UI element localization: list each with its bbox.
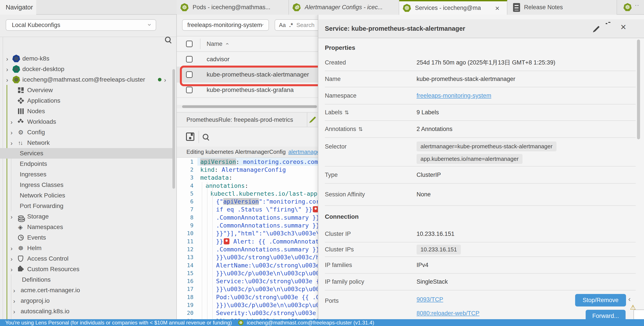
namespace-link[interactable]: freeleaps-monitoring-system	[416, 92, 491, 99]
yaml-editor[interactable]: 1apiVersion: monitoring.coreos.com/v1 2k…	[177, 158, 318, 319]
sidebar-item-argoproj-io[interactable]: › argoproj.io	[0, 296, 174, 306]
code-line: 8.CommonAnnotations.summary }}	[177, 214, 318, 221]
tab-alertmanager-configs[interactable]: ☸ Alertmanager Configs - icec...	[289, 0, 399, 15]
sidebar-item-custom-resources[interactable]: › Custom Resources	[0, 264, 174, 274]
kubernetes-icon: ☸	[238, 320, 244, 326]
sidebar-item-endpoints[interactable]: Endpoints	[0, 158, 174, 169]
navigator-sidebar: Local Kubeconfigs › › ☸ demo-k8s › ☸ doc…	[0, 15, 177, 319]
sidebar-item-config[interactable]: › ⚙ Config	[0, 127, 174, 138]
port-8080-reloader-web-link[interactable]: 8080:reloader-web/TCP	[416, 310, 480, 317]
sidebar-item-docker-desktop[interactable]: › ☸ docker-desktop	[0, 64, 174, 74]
namespace-selector[interactable]: freeleaps-monitoring-system ›	[182, 19, 269, 31]
sidebar-item-acme-cert-manager-io[interactable]: › acme.cert-manager.io	[0, 285, 174, 296]
alertmanagerconfig-link[interactable]: alertmanager	[288, 148, 318, 155]
sidebar-item-demo-k8s[interactable]: › ☸ demo-k8s	[0, 53, 174, 64]
config-icon: ⚙	[18, 129, 24, 136]
sidebar-item-events[interactable]: Events	[0, 232, 174, 243]
close-icon[interactable]: ×	[620, 22, 626, 32]
save-icon[interactable]	[186, 132, 194, 141]
kubeconfig-selector[interactable]: Local Kubeconfigs ›	[6, 19, 156, 31]
sidebar-item-autoscaling-k8s-io[interactable]: › autoscaling.k8s.io	[0, 306, 174, 316]
scrollbar-thumb[interactable]	[182, 105, 317, 108]
sidebar-item-cert-manager-io[interactable]: › cert-manager.io	[0, 316, 174, 319]
services-toolbar: freeleaps-monitoring-system › Aa .*	[177, 15, 318, 36]
editor-toolbar	[177, 127, 318, 146]
sidebar-item-nodes[interactable]: Nodes	[0, 106, 174, 116]
indent-guide	[207, 182, 208, 319]
events-icon	[18, 235, 24, 240]
active-cluster-status[interactable]: icecheng@mathmast.com@freeleaps-cluster …	[247, 320, 374, 326]
sidebar-item-helm[interactable]: › ☸ Helm	[0, 243, 174, 254]
table-row-cadvisor[interactable]: cadvisor	[177, 52, 318, 67]
row-checkbox[interactable]	[186, 56, 192, 62]
expand-toggle-icon[interactable]: ⇅	[358, 126, 363, 132]
network-icon: ↑↓	[18, 140, 22, 146]
table-header-row: Name›	[177, 36, 318, 52]
sidebar-item-workloads[interactable]: › Workloads	[0, 116, 174, 127]
editing-status-text: Editing kubernetes AlertmanagerConfig	[186, 148, 286, 155]
expand-toggle-icon[interactable]: ⇅	[344, 110, 349, 116]
tab-services[interactable]: ☸ Services - icecheng@math... ×	[399, 0, 507, 15]
tab-label: Pods - icecheng@mathmas...	[192, 4, 270, 11]
sidebar-item-access-control[interactable]: › Access Control	[0, 254, 174, 264]
select-all-checkbox[interactable]	[186, 40, 192, 47]
sidebar-item-network[interactable]: › ↑↓ Network	[0, 138, 174, 148]
labels-row: Labels⇅ 9 Labels	[325, 104, 636, 121]
code-line: 9.CommonAnnotations.summary }}	[177, 221, 318, 229]
editing-status-bar: Editing kubernetes AlertmanagerConfig al…	[177, 146, 318, 158]
sidebar-item-services[interactable]: Services	[0, 148, 174, 158]
prometheus-rule-panel-header: PrometheusRule: freepeals-prod-metrics	[177, 112, 318, 127]
sidebar-item-definitions[interactable]: Definitions	[0, 274, 174, 285]
kubernetes-icon: ☸	[403, 4, 411, 12]
sidebar-scrollbar-thumb[interactable]	[172, 69, 175, 189]
tab-overflow-dots: ..	[635, 0, 640, 7]
line-number: 14	[177, 262, 198, 268]
table-row-partial[interactable]: kube-prometheus-stack-kube-state-metrics	[177, 98, 318, 105]
code-line: 3metadata:	[177, 174, 318, 182]
kubernetes-icon[interactable]: ☸	[624, 3, 632, 12]
sidebar-item-applications[interactable]: Applications	[0, 96, 174, 106]
drawer-scrollbar-thumb[interactable]	[637, 40, 640, 139]
properties-section-title: Properties	[325, 38, 636, 54]
tab-release-notes[interactable]: Release Notes	[507, 0, 617, 15]
divider	[198, 131, 199, 143]
code-line: 20Severity:\u003c/strong\u003e	[177, 309, 318, 317]
sidebar-item-namespaces[interactable]: ◈ Namespaces	[0, 222, 174, 232]
tab-bar: Navigator ☸ Pods - icecheng@mathmas... ☸…	[0, 0, 644, 15]
session-affinity-row: Session Affinity None	[325, 184, 636, 206]
ip-family-policy-row: IP family policy SingleStack	[325, 274, 636, 290]
tab-pods[interactable]: ☸ Pods - icecheng@mathmas...	[177, 0, 289, 15]
code-line: 16Service:\u003c/strong\u003e {	[177, 277, 318, 285]
sidebar-item-ingress-classes[interactable]: Ingress Classes	[0, 180, 174, 190]
name-column-header[interactable]: Name›	[206, 40, 228, 48]
code-line: 7if eq .Status \"firing\" }}	[177, 206, 318, 214]
kubernetes-icon: ☸	[292, 3, 301, 12]
line-number: 12	[177, 246, 198, 252]
tab-label: Services - icecheng@math...	[415, 4, 481, 12]
lens-window: Navigator ☸ Pods - icecheng@mathmas... ☸…	[0, 0, 644, 326]
chevron-left-icon[interactable]: ‹	[628, 295, 630, 303]
search-icon[interactable]	[203, 134, 208, 140]
code-line: 21}}\u003c/p\u003e\n\u003cp\u003	[177, 317, 318, 319]
chevron-down-icon: ›	[146, 24, 153, 26]
line-number: 7	[177, 206, 198, 212]
sidebar-item-network-policies[interactable]: Network Policies	[0, 190, 174, 201]
close-tab-icon[interactable]: ×	[495, 4, 500, 12]
port-9093-link[interactable]: 9093/TCP	[416, 296, 443, 303]
drawer-header: Service: kube-prometheus-stack-alertmana…	[318, 19, 644, 38]
sidebar-item-storage[interactable]: › Storage	[0, 211, 174, 222]
edit-pencil-icon[interactable]	[594, 26, 600, 32]
sidebar-item-port-forwarding[interactable]: Port Forwarding	[0, 201, 174, 211]
regex-toggle[interactable]: .*	[289, 22, 293, 28]
annotation-highlight-box	[180, 66, 334, 86]
line-number: 2	[177, 166, 198, 173]
sidebar-item-freeleaps-cluster[interactable]: › ☸ icecheng@mathmast.com@freeleaps-clus…	[0, 74, 174, 85]
code-line: 11}} Alert: {{ .CommonAnnotati	[177, 237, 318, 245]
sidebar-item-overview[interactable]: Overview	[0, 85, 174, 96]
edit-pencil-icon[interactable]	[310, 116, 316, 122]
match-case-toggle[interactable]: Aa	[279, 22, 286, 28]
stop-remove-button[interactable]: Stop/Remove	[575, 294, 626, 306]
sidebar-item-ingresses[interactable]: Ingresses	[0, 169, 174, 180]
namespaces-icon: ◈	[18, 224, 23, 231]
row-checkbox[interactable]	[186, 87, 192, 93]
